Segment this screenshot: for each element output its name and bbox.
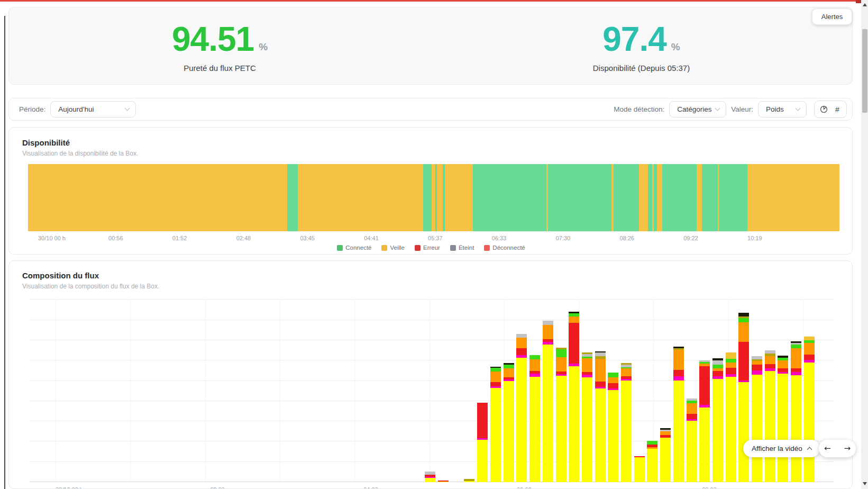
bar-segment bbox=[752, 375, 762, 482]
kpi-purity-value: 94.51 bbox=[172, 22, 254, 56]
bar-segment bbox=[569, 366, 579, 482]
timeline-segment-connecte bbox=[719, 164, 747, 231]
legend-swatch bbox=[381, 245, 387, 251]
availability-tick-label: 05:37 bbox=[428, 235, 443, 241]
stacked-bar bbox=[791, 341, 801, 482]
alerts-button[interactable]: Alertes bbox=[812, 8, 852, 25]
value-mode-toggle-group: # bbox=[814, 101, 847, 118]
bar-segment bbox=[516, 348, 527, 355]
next-arrow-button[interactable]: → bbox=[844, 445, 851, 452]
bar-segment bbox=[608, 373, 618, 377]
stacked-bar bbox=[595, 351, 606, 482]
scrollbar-thumb[interactable] bbox=[862, 29, 867, 113]
legend-item-eteint[interactable]: Éteint bbox=[450, 245, 474, 251]
previous-arrow-button[interactable]: ← bbox=[824, 445, 831, 452]
bar-segment bbox=[595, 388, 606, 482]
periode-label: Période: bbox=[19, 105, 45, 113]
timeline-segment-connecte bbox=[702, 164, 718, 231]
legend-label: Erreur bbox=[423, 245, 440, 251]
timeline-segment-connecte bbox=[662, 164, 697, 231]
bar-segment bbox=[582, 358, 592, 372]
availability-timeline bbox=[28, 164, 839, 231]
bar-segment bbox=[673, 350, 684, 370]
bar-segment bbox=[699, 366, 710, 405]
kpi-availability-value: 97.4 bbox=[602, 22, 666, 56]
bar-segment bbox=[595, 352, 606, 356]
legend-label: Déconnecté bbox=[492, 245, 525, 251]
availability-tick-label: 30/10 00 h bbox=[38, 235, 66, 241]
bar-segment bbox=[673, 381, 684, 482]
stacked-bar bbox=[425, 472, 435, 482]
legend-swatch bbox=[484, 245, 490, 251]
bar-segment bbox=[726, 377, 736, 482]
bar-segment bbox=[673, 376, 684, 381]
timeline-segment-veille bbox=[657, 164, 662, 231]
availability-x-axis: 30/10 00 h00:5601:5202:4803:4504:4105:37… bbox=[28, 235, 839, 242]
composition-tick-label: 06:00 bbox=[517, 486, 532, 489]
bar-segment bbox=[752, 361, 762, 365]
show-video-button[interactable]: Afficher la vidéo bbox=[743, 440, 820, 457]
periode-select[interactable]: Aujourd'hui bbox=[50, 101, 136, 117]
composition-subtitle: Visualisation de la composition du flux … bbox=[22, 283, 852, 290]
composition-tick-label: 30/10 00 h bbox=[56, 486, 83, 489]
valeur-select[interactable]: Poids bbox=[758, 101, 807, 117]
filter-bar: Période: Aujourd'hui Mode détection: Cat… bbox=[8, 98, 853, 121]
pie-chart-toggle-button[interactable] bbox=[817, 103, 830, 116]
kpi-availability-unit: % bbox=[671, 41, 680, 53]
scrollbar-down-arrow[interactable] bbox=[862, 482, 867, 486]
vertical-gridline bbox=[280, 300, 280, 482]
bar-segment bbox=[791, 375, 801, 482]
bar-segment bbox=[490, 388, 501, 482]
bar-segment bbox=[556, 357, 567, 372]
bar-segment bbox=[569, 316, 579, 323]
stacked-bar bbox=[804, 337, 815, 482]
page-scrollbar[interactable] bbox=[861, 0, 868, 489]
legend-item-erreur[interactable]: Erreur bbox=[415, 245, 440, 251]
legend-item-veille[interactable]: Veille bbox=[381, 245, 405, 251]
timeline-segment-connecte bbox=[648, 164, 652, 231]
bar-segment bbox=[464, 481, 474, 482]
bar-segment bbox=[516, 358, 527, 482]
timeline-segment-veille bbox=[432, 164, 435, 231]
mode-detection-select[interactable]: Catégories bbox=[669, 101, 726, 117]
count-toggle-button[interactable]: # bbox=[830, 103, 844, 116]
legend-label: Connecté bbox=[345, 245, 371, 251]
bar-segment bbox=[621, 381, 632, 482]
timeline-segment-connecte bbox=[423, 164, 432, 231]
bar-segment bbox=[791, 348, 801, 368]
bar-segment bbox=[660, 431, 671, 435]
bar-segment bbox=[504, 365, 514, 368]
kpi-purity-unit: % bbox=[259, 41, 268, 53]
bar-segment bbox=[712, 371, 723, 376]
stacked-bar bbox=[647, 441, 657, 482]
stacked-bar bbox=[752, 356, 762, 482]
bar-segment bbox=[621, 368, 632, 376]
timeline-segment-veille bbox=[747, 164, 839, 231]
bar-segment bbox=[425, 478, 435, 482]
timeline-segment-veille bbox=[28, 164, 287, 231]
bar-segment bbox=[516, 338, 527, 348]
timeline-segment-connecte bbox=[614, 164, 639, 231]
kpi-availability: 97.4 % Disponibilité (Depuis 05:37) bbox=[431, 7, 852, 84]
composition-tick-label: 04:00 bbox=[363, 486, 378, 489]
legend-item-deconnecte[interactable]: Déconnecté bbox=[484, 245, 525, 251]
stacked-bar bbox=[699, 360, 710, 482]
availability-title: Disponibilité bbox=[22, 138, 852, 147]
vertical-gridline bbox=[205, 300, 206, 482]
timeline-segment-veille bbox=[445, 164, 473, 231]
triangle-up-icon bbox=[863, 3, 867, 6]
scrollbar-up-arrow[interactable] bbox=[862, 3, 867, 7]
triangle-down-icon bbox=[863, 482, 867, 485]
bar-segment bbox=[738, 382, 749, 482]
bar-segment bbox=[778, 368, 788, 372]
legend-item-connecte[interactable]: Connecté bbox=[337, 245, 371, 251]
bar-segment bbox=[529, 359, 540, 371]
chevron-up-icon bbox=[807, 447, 812, 452]
show-video-label: Afficher la vidéo bbox=[752, 445, 802, 452]
bar-segment bbox=[556, 376, 567, 482]
chevron-down-icon bbox=[125, 106, 130, 111]
availability-tick-label: 02:48 bbox=[236, 235, 251, 241]
mode-detection-select-value: Catégories bbox=[677, 105, 711, 113]
timeline-segment-veille bbox=[639, 164, 648, 231]
bar-segment bbox=[529, 377, 540, 482]
